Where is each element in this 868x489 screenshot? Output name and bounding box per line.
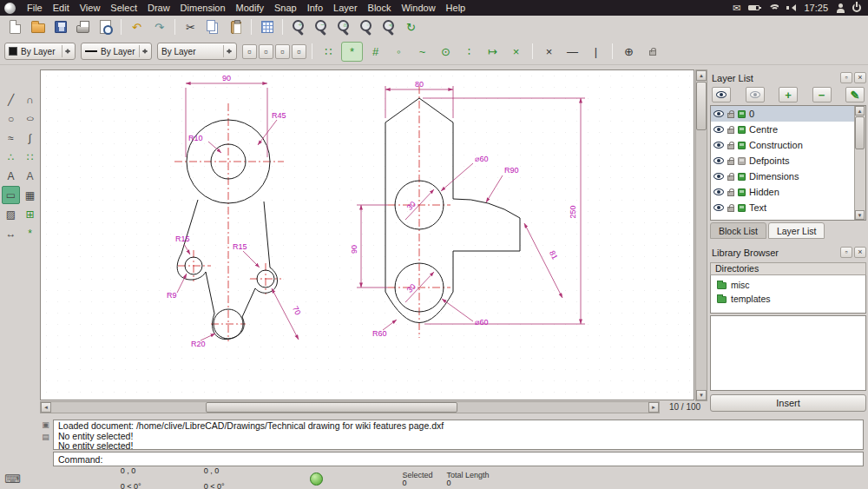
layer-list-float-button[interactable]: ▫ bbox=[840, 72, 852, 83]
layer-list-scrollbar[interactable]: ▲ ▼ bbox=[854, 106, 865, 220]
pen-option-button[interactable]: ▫ bbox=[259, 44, 273, 59]
canvas-horizontal-scrollbar[interactable]: ◄ ► bbox=[40, 401, 660, 413]
menu-view[interactable]: View bbox=[75, 1, 106, 15]
layer-visible-icon[interactable] bbox=[713, 173, 724, 180]
snap-on-entity-button[interactable]: ~ bbox=[411, 42, 433, 62]
scroll-down-button[interactable]: ▼ bbox=[855, 210, 865, 220]
layer-visible-icon[interactable] bbox=[713, 220, 724, 221]
menu-edit[interactable]: Edit bbox=[48, 1, 75, 15]
layer-visible-icon[interactable] bbox=[713, 142, 724, 149]
zoom-previous-button[interactable]: ◂ bbox=[378, 17, 399, 37]
point-tool-button[interactable]: ∴ bbox=[2, 148, 20, 166]
mtext-tool-button[interactable]: A bbox=[21, 167, 39, 185]
text-tool-button[interactable]: A bbox=[2, 167, 20, 185]
points-tool-button[interactable]: ∷ bbox=[21, 148, 39, 166]
snap-intersection-button[interactable]: × bbox=[505, 42, 527, 62]
wifi-icon[interactable] bbox=[767, 4, 779, 12]
explode-tool-button[interactable]: * bbox=[21, 224, 39, 242]
menu-draw[interactable]: Draw bbox=[142, 1, 175, 15]
save-button[interactable] bbox=[49, 17, 71, 37]
user-icon[interactable] bbox=[836, 3, 845, 12]
volume-icon[interactable] bbox=[786, 4, 796, 12]
copy-button[interactable] bbox=[202, 17, 224, 37]
horizontal-scroll-thumb[interactable] bbox=[206, 402, 457, 413]
library-float-button[interactable]: ▫ bbox=[840, 247, 852, 258]
layer-visible-icon[interactable] bbox=[713, 204, 724, 211]
set-relative-zero-button[interactable]: ⊕ bbox=[618, 42, 640, 62]
grid-points-button[interactable]: ∷ bbox=[318, 42, 339, 62]
scroll-right-button[interactable]: ► bbox=[648, 402, 659, 413]
undo-button[interactable]: ↶ bbox=[126, 17, 148, 37]
print-preview-button[interactable] bbox=[95, 17, 116, 37]
layer-print-icon[interactable] bbox=[738, 220, 746, 221]
snap-free-button[interactable]: * bbox=[341, 42, 363, 62]
paste-button[interactable] bbox=[225, 17, 247, 37]
layer-lock-icon[interactable] bbox=[727, 191, 734, 196]
redo-button[interactable]: ↷ bbox=[148, 17, 170, 37]
menu-info[interactable]: Info bbox=[302, 1, 328, 15]
snap-distance-button[interactable]: ↦ bbox=[482, 42, 503, 62]
table-tool-button[interactable]: ⊞ bbox=[21, 205, 39, 223]
remove-layer-button[interactable]: − bbox=[812, 87, 832, 102]
layer-scroll-thumb[interactable] bbox=[855, 116, 865, 149]
print-button[interactable] bbox=[72, 17, 94, 37]
insert-button[interactable]: Insert bbox=[710, 394, 866, 412]
mail-icon[interactable]: ✉ bbox=[733, 3, 740, 14]
circle-tool-button[interactable]: ○ bbox=[2, 109, 20, 128]
layer-print-icon[interactable] bbox=[738, 110, 746, 118]
menu-help[interactable]: Help bbox=[441, 1, 471, 15]
lock-relative-zero-button[interactable] bbox=[641, 42, 663, 62]
menu-block[interactable]: Block bbox=[363, 1, 397, 15]
zoom-in-button[interactable]: + bbox=[287, 17, 309, 37]
scroll-up-button[interactable]: ▲ bbox=[855, 106, 865, 116]
hatch-tool-button[interactable]: ▨ bbox=[2, 205, 20, 223]
layer-list-close-button[interactable]: × bbox=[854, 72, 866, 83]
layer-print-icon[interactable] bbox=[738, 204, 746, 212]
layer-visible-icon[interactable] bbox=[713, 110, 724, 117]
directory-item[interactable]: templates bbox=[711, 292, 865, 306]
battery-icon[interactable] bbox=[748, 5, 760, 10]
line-tool-button[interactable]: ╱ bbox=[2, 90, 20, 109]
zoom-auto-button[interactable]: a bbox=[332, 17, 354, 37]
edit-layer-button[interactable]: ✎ bbox=[845, 87, 865, 102]
layer-visible-icon[interactable] bbox=[713, 188, 724, 195]
pen-linetype-combo[interactable]: By Layer bbox=[157, 43, 237, 60]
menu-file[interactable]: File bbox=[22, 1, 48, 15]
layer-print-icon[interactable] bbox=[738, 142, 746, 149]
menu-select[interactable]: Select bbox=[105, 1, 142, 15]
menu-dimension[interactable]: Dimension bbox=[175, 1, 231, 15]
vertical-scroll-thumb[interactable] bbox=[696, 82, 707, 130]
image-tool-button[interactable]: ▦ bbox=[21, 186, 39, 204]
polyline-tool-button[interactable]: ∫ bbox=[21, 129, 39, 147]
pen-width-combo[interactable]: By Layer bbox=[81, 43, 152, 60]
layer-row[interactable]: reference bbox=[711, 215, 855, 221]
scroll-down-button[interactable]: ▼ bbox=[696, 390, 707, 400]
open-file-button[interactable] bbox=[27, 17, 49, 37]
show-all-layers-button[interactable] bbox=[712, 87, 731, 102]
zoom-out-button[interactable]: − bbox=[310, 17, 332, 37]
canvas-vertical-scrollbar[interactable]: ▲ ▼ bbox=[695, 69, 707, 401]
layer-print-icon[interactable] bbox=[738, 173, 746, 181]
scroll-left-button[interactable]: ◄ bbox=[41, 402, 51, 413]
layer-lock-icon[interactable] bbox=[727, 160, 734, 165]
layer-lock-icon[interactable] bbox=[727, 207, 734, 212]
layer-lock-icon[interactable] bbox=[727, 129, 734, 134]
console-detach-icon[interactable]: ▣ bbox=[42, 420, 49, 429]
drawing-canvas[interactable]: 90 R45 R10 R15 R15 R9 R20 70 bbox=[40, 69, 694, 400]
hide-all-layers-button[interactable] bbox=[746, 87, 765, 102]
menu-snap[interactable]: Snap bbox=[269, 1, 302, 15]
layer-row[interactable]: Centre bbox=[711, 122, 855, 137]
menu-window[interactable]: Window bbox=[396, 1, 440, 15]
layer-row[interactable]: Dimensions bbox=[711, 169, 855, 184]
restrict-vertical-button[interactable]: | bbox=[585, 42, 607, 62]
clear-snap-button[interactable]: × bbox=[538, 42, 560, 62]
pen-color-combo[interactable]: By Layer bbox=[4, 43, 76, 60]
rectangle-tool-button[interactable]: ▭ bbox=[2, 186, 20, 204]
new-file-button[interactable] bbox=[4, 17, 26, 37]
menu-modify[interactable]: Modify bbox=[231, 1, 269, 15]
layer-list-tab[interactable]: Layer List bbox=[768, 222, 825, 239]
layer-row[interactable]: 0 bbox=[711, 106, 855, 122]
block-list-tab[interactable]: Block List bbox=[710, 222, 766, 239]
add-layer-button[interactable]: + bbox=[779, 87, 798, 102]
layer-lock-icon[interactable] bbox=[727, 113, 734, 118]
